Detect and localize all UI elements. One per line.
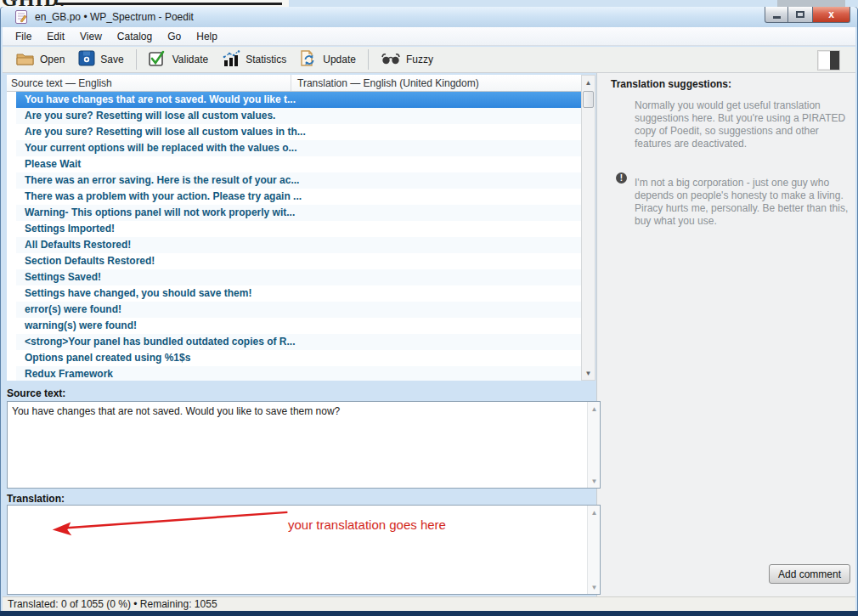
menu-bar: File Edit View Catalog Go Help — [3, 27, 855, 46]
menu-view[interactable]: View — [72, 28, 110, 45]
row-source-text: Settings Saved! — [25, 269, 101, 285]
scroll-down-icon[interactable]: ▼ — [582, 366, 595, 380]
translation-scrollbar[interactable]: ▲ ▼ — [587, 506, 600, 594]
statistics-chart-icon — [222, 50, 240, 70]
list-header: Source text — English Translation — Engl… — [7, 75, 581, 92]
list-item[interactable]: All Defaults Restored! — [7, 237, 581, 253]
statistics-label: Statistics — [246, 54, 286, 65]
scroll-down-icon[interactable]: ▼ — [588, 580, 601, 594]
suggestions-title: Translation suggestions: — [611, 78, 731, 90]
update-label: Update — [323, 54, 356, 65]
window-controls: x — [765, 7, 850, 23]
row-source-text: Are you sure? Resetting will lose all cu… — [25, 124, 306, 140]
source-text-value: You have changes that are not saved. Wou… — [12, 405, 340, 417]
toolbar: Open Save Validate — [3, 47, 855, 73]
open-folder-icon — [16, 51, 35, 69]
title-bar[interactable]: en_GB.po • WP_Spectrum - Poedit x — [1, 7, 857, 27]
column-header-source[interactable]: Source text — English — [7, 75, 291, 91]
open-button[interactable]: Open — [9, 48, 71, 72]
validate-label: Validate — [172, 54, 208, 65]
list-scrollbar[interactable]: ▲ ▼ — [581, 75, 596, 381]
row-source-text: Your current options will be replaced wi… — [25, 140, 297, 156]
list-item[interactable]: Are you sure? Resetting will lose all cu… — [7, 108, 581, 124]
row-source-text: You have changes that are not saved. Wou… — [25, 92, 296, 108]
minimize-icon — [773, 16, 781, 19]
validate-button[interactable]: Validate — [142, 47, 215, 73]
taskbar-strip — [0, 611, 858, 616]
close-button[interactable]: x — [812, 7, 850, 23]
fuzzy-glasses-icon — [381, 52, 401, 68]
list-item[interactable]: Please Wait — [7, 156, 581, 172]
minimize-button[interactable] — [765, 7, 788, 23]
row-source-text: <strong>Your panel has bundled outdated … — [25, 334, 295, 350]
scroll-down-icon[interactable]: ▼ — [588, 474, 601, 488]
toolbar-separator — [136, 49, 137, 70]
list-item[interactable]: Settings Saved! — [7, 269, 581, 285]
list-item[interactable]: Settings Imported! — [7, 221, 581, 237]
statistics-button[interactable]: Statistics — [215, 47, 293, 73]
list-item[interactable]: There was a problem with your action. Pl… — [7, 189, 581, 205]
maximize-icon — [796, 11, 804, 18]
row-source-text: Please Wait — [25, 156, 81, 172]
background-rule — [56, 3, 282, 5]
sidebar-toggle-icon[interactable] — [817, 50, 840, 71]
info-icon: ! — [616, 172, 627, 184]
row-source-text: Redux Framework — [25, 366, 113, 381]
scrollbar-thumb[interactable] — [583, 91, 594, 108]
suggestions-paragraph-2: I'm not a big corporation - just one guy… — [635, 177, 849, 228]
add-comment-label: Add comment — [778, 568, 841, 580]
fuzzy-button[interactable]: Fuzzy — [374, 48, 440, 71]
add-comment-button[interactable]: Add comment — [769, 564, 850, 584]
source-scrollbar[interactable]: ▲ ▼ — [587, 402, 600, 488]
menu-edit[interactable]: Edit — [39, 28, 72, 45]
list-rows: You have changes that are not saved. Wou… — [7, 92, 581, 381]
fuzzy-label: Fuzzy — [406, 54, 433, 65]
translation-suggestions-panel: Translation suggestions: Normally you wo… — [596, 73, 855, 596]
list-item[interactable]: You have changes that are not saved. Wou… — [7, 92, 581, 108]
row-source-text: There was a problem with your action. Pl… — [25, 189, 302, 205]
row-source-text: Settings Imported! — [25, 221, 115, 237]
window-title: en_GB.po • WP_Spectrum - Poedit — [35, 11, 194, 23]
list-item[interactable]: error(s) were found! — [7, 302, 581, 318]
scroll-up-icon[interactable]: ▲ — [588, 402, 601, 415]
menu-go[interactable]: Go — [160, 28, 189, 45]
list-item[interactable]: Warning- This options panel will not wor… — [7, 205, 581, 221]
scroll-up-icon[interactable]: ▲ — [588, 506, 601, 519]
row-source-text: Settings have changed, you should save t… — [25, 285, 251, 302]
toolbar-separator — [368, 49, 369, 70]
list-item[interactable]: Options panel created using %1$s — [7, 350, 581, 366]
source-text-box[interactable]: You have changes that are not saved. Wou… — [7, 401, 601, 489]
save-floppy-icon — [78, 50, 95, 69]
save-button[interactable]: Save — [71, 47, 130, 72]
list-item[interactable]: warning(s) were found! — [7, 318, 581, 334]
list-item[interactable]: Settings have changed, you should save t… — [7, 285, 581, 302]
background-page-strip: GHID. — [0, 0, 858, 7]
translation-label: Translation: — [7, 493, 65, 505]
menu-catalog[interactable]: Catalog — [110, 28, 160, 45]
list-item[interactable]: <strong>Your panel has bundled outdated … — [7, 334, 581, 350]
suggestions-paragraph-1: Normally you would get useful translatio… — [635, 99, 849, 150]
list-item[interactable]: There was an error saving. Here is the r… — [7, 172, 581, 189]
list-item[interactable]: Your current options will be replaced wi… — [7, 140, 581, 156]
scroll-up-icon[interactable]: ▲ — [582, 76, 595, 89]
list-item[interactable]: Section Defaults Restored! — [7, 253, 581, 269]
save-label: Save — [100, 54, 123, 65]
menu-file[interactable]: File — [8, 28, 39, 45]
update-button[interactable]: Update — [293, 47, 363, 73]
row-source-text: Options panel created using %1$s — [25, 350, 190, 366]
list-item[interactable]: Are you sure? Resetting will lose all cu… — [7, 124, 581, 140]
list-item[interactable]: Redux Framework — [7, 366, 581, 381]
status-text: Translated: 0 of 1055 (0 %) • Remaining:… — [8, 598, 217, 610]
translation-input-box[interactable]: your translatation goes here ▲ ▼ — [7, 505, 601, 595]
menu-help[interactable]: Help — [189, 28, 225, 45]
validate-check-icon — [149, 50, 167, 70]
source-text-label: Source text: — [7, 387, 65, 399]
row-source-text: Section Defaults Restored! — [25, 253, 155, 269]
open-label: Open — [40, 54, 65, 65]
column-header-translation[interactable]: Translation — English (United Kingdom) — [291, 75, 581, 91]
status-bar: Translated: 0 of 1055 (0 %) • Remaining:… — [3, 596, 855, 611]
maximize-button[interactable] — [788, 7, 812, 23]
row-source-text: All Defaults Restored! — [25, 237, 131, 253]
background-artifact — [777, 0, 845, 7]
annotation-text: your translatation goes here — [288, 517, 446, 532]
